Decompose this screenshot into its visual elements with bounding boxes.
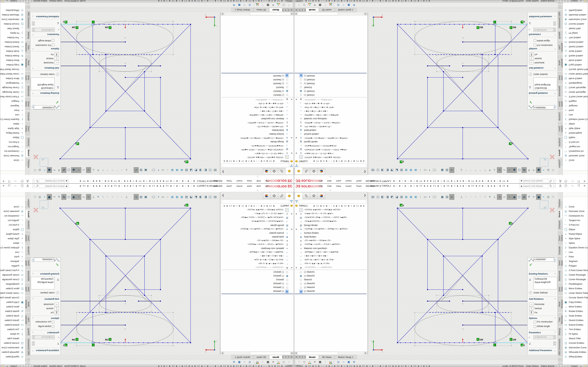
display-toolbar-icon[interactable]: ∕ (307, 3, 312, 7)
tool-line[interactable]: ∕Line (563, 250, 588, 255)
tool-convert-entities[interactable]: ◳Convert Entities (0, 22, 25, 26)
ok-check-button[interactable]: ✓ (56, 262, 59, 267)
checkbox-infinite-length[interactable] (52, 39, 54, 42)
tool-trim-entities[interactable]: ×Trim Entities (563, 327, 588, 332)
part-root-row[interactable]: TЯPDL2. ◉ ЗЄ ◉ Ш ◉ ∘ ∘ ♣ ◉ Ɔ ◉ ЗЄ ◉ ∔ ◉ … (221, 159, 294, 163)
commandmanager-tab-evaluate[interactable]: Evaluate (26, 112, 30, 120)
tool-point[interactable]: ▪Point (563, 108, 588, 112)
menu-edit[interactable]: Edit (328, 185, 331, 187)
expand-arrow-icon[interactable]: ▶ (291, 152, 292, 154)
tree-item-obfuscated[interactable]: ★○ƧЅЗЄ♣∘♟◉ΛΑΦ○∘○ΦΑΛ◉♟∘♣ЄЗЅƧ○ (221, 208, 294, 212)
tool-linear-sketch-pattern[interactable]: ∺Linear Sketch Pattern (0, 71, 25, 76)
tree-item-obfuscated[interactable]: ◑○ЅƧ♟◉ЅИЗЄƧЅ○∘○ЅЄЗИЅ◉♟ƧЅ○ (221, 220, 294, 224)
tree-item-obfuscated[interactable]: ▶A○ЅƧИΝ◉∘∔Α∔◉ИΝΑ○∘○ΑИΝ◉∔Α∔∘◉ИΝƧЅ○ (294, 136, 367, 140)
tabs-expand-chevron[interactable]: ❯ (364, 194, 366, 197)
tool-perimeter-circle[interactable]: ◎Perimeter Circle (0, 209, 25, 214)
tool-3-point-center-recta-[interactable]: ▱3 Point Center Recta... (563, 94, 588, 99)
tree-item-material-not-specified-[interactable]: ≡Material <not specified> (294, 247, 367, 250)
angle-parameter-field[interactable]: 0.00000000° (34, 105, 55, 109)
search-dropdown-icon[interactable]: ▼ (33, 180, 35, 182)
tree-horizontal-scrollbar[interactable]: ◀ ▶ (221, 12, 294, 16)
tool-fit-spline[interactable]: ∫Fit Spline (563, 332, 588, 336)
tool-segment[interactable]: ∷Segment (0, 103, 25, 108)
tool-3-point-center-recta-[interactable]: ▱3 Point Center Recta... (0, 268, 25, 273)
add-relation-horizontal-icon[interactable]: ─ (55, 303, 59, 306)
tool-perimeter-circle[interactable]: ◎Perimeter Circle (0, 153, 25, 158)
rollback-bar[interactable] (294, 73, 367, 73)
tree-item-obfuscated[interactable]: ★○ƧЅЗЄ♣∘♟◉ΛΑΦ○∘○ΦΑΛ◉♟∘♣ЄЗЅƧ○ (294, 208, 367, 212)
display-toolbar-icon[interactable]: ◎ (248, 360, 252, 364)
search-dropdown-icon[interactable]: ▼ (553, 180, 555, 182)
checkbox-for-construction[interactable] (534, 44, 536, 46)
commandmanager-tab-mold-tools[interactable]: Mold Tools (26, 72, 30, 83)
display-toolbar-icon[interactable]: ⊛ (352, 360, 356, 364)
search-box[interactable]: ◆ Search CAD Models ▼ (32, 184, 69, 188)
zoom-preset-caret[interactable]: ▲ (580, 365, 581, 367)
length-spinner[interactable]: ▲▼ (32, 28, 35, 32)
tree-item-obfuscated[interactable]: ▱○∙◉♣○∗◉ΙϽ∘○Ι◉∗○♣◉∙○ (221, 254, 294, 258)
display-toolbar-icon[interactable]: ⊛ (232, 3, 236, 7)
add-relation-vertical-icon[interactable]: │ (529, 57, 533, 60)
commandmanager-tab-surfaces[interactable]: Surfaces (558, 137, 562, 147)
tool-rotate-entities[interactable]: ↻Rotate Entities (563, 309, 588, 314)
part-root-row[interactable]: TЯPDL2. ◉ ЗЄ ◉ Ш ◉ ∘ ∘ ♣ ◉ Ɔ ◉ ЗЄ ◉ ∔ ◉ … (294, 159, 367, 163)
tree-horizontal-scrollbar[interactable]: ◀ ▶ (221, 351, 294, 355)
display-toolbar-icon[interactable]: ∕ (276, 360, 281, 364)
tree-item--sketch4[interactable]: ▢(-) Sketch4 (221, 285, 294, 289)
expand-arrow-icon[interactable]: ▶ (296, 228, 297, 230)
tool-style-spline[interactable]: ≈Style Spline (563, 126, 588, 131)
angle-parameter-field[interactable]: 0.00000000° (533, 258, 554, 262)
tool-ellipse[interactable]: ◯Ellipse (0, 227, 25, 232)
tool-circle[interactable]: ○Circle (0, 205, 25, 209)
tree-item--sketch5[interactable]: ▢(-) Sketch5 (221, 282, 294, 285)
tool-rotate-entities[interactable]: ↻Rotate Entities (563, 53, 588, 58)
commandmanager-tab-mold-tools[interactable]: Mold Tools (558, 72, 562, 83)
tool-polygon[interactable]: ◇Polygon (0, 264, 25, 268)
tree-horizontal-scrollbar[interactable]: ◀ ▶ (294, 351, 367, 355)
tree-item-obfuscated[interactable]: ▱○♣Ƨб∘♟○∗◉ΙϽ∘○Ι◉∗○♟∘бƧ♣○ (294, 105, 367, 109)
commandmanager-tab-markup[interactable]: Markup (26, 328, 30, 336)
tree-item-obfuscated[interactable]: ◑○ЅƧ♟◉ЅИЗЄƧЅ○∘○ЅЄЗИЅ◉♟ƧЅ○ (221, 143, 294, 147)
scroll-right-arrow[interactable]: ▶ (221, 12, 224, 15)
relation-item[interactable]: Collinear108 (31, 86, 53, 90)
tree-item--sketch6[interactable]: ▦(-) Sketch6 (221, 74, 294, 78)
tool-silhouette-entities[interactable]: ◘Silhouette Entities (563, 12, 588, 17)
scroll-thumb[interactable] (297, 12, 338, 15)
doc-tab-motion-study-1[interactable]: Motion Study 1 (232, 8, 253, 12)
help-icon[interactable]: ? (564, 180, 567, 183)
tool-corner-rectangle[interactable]: ▯Corner Rectangle (563, 277, 588, 282)
tool-partial-ellipse[interactable]: ◗Partial Ellipse (0, 232, 25, 236)
tree-item-obfuscated[interactable]: ∟○ИΝ∘б∘♟◉○∘◉○♟∘б∘ИΝ○ (221, 262, 294, 266)
tab-scroll-prev[interactable]: ◀ (298, 8, 301, 12)
tree-item-obfuscated[interactable]: ∟○ИΝ∘б∘♟◉○∘◉○♟∘б∘ИΝ○ (294, 101, 367, 105)
display-toolbar-icon[interactable]: ⊔ (255, 3, 259, 7)
ok-check-button[interactable]: ✓ (529, 262, 532, 267)
part-root-row[interactable]: TЯPDL2. ◉ ЗЄ ◉ Ш ◉ ∘ ∘ ♣ ◉ Ɔ ◉ ЗЄ ◉ ∔ ◉ … (294, 204, 367, 208)
expand-arrow-icon[interactable]: ▶ (291, 267, 292, 268)
tree-item-obfuscated[interactable]: ▶▣○ЅƧЗЄИΝΑυ∙○∘○∙υΑИΝЄЗƧЅ○ (221, 266, 294, 270)
tool-scale-entities[interactable]: △Scale Entities (563, 314, 588, 318)
tool-sketch-fillet[interactable]: ◞Sketch Fillet (563, 336, 588, 341)
tab-scroll-next[interactable]: ▶ (301, 355, 304, 359)
doc-tab-model[interactable]: Model (306, 355, 319, 359)
add-relation-fix-icon[interactable] (529, 52, 533, 56)
doc-tab-motion-study-1[interactable]: Motion Study 1 (335, 355, 356, 359)
menu-insert[interactable]: Insert (346, 185, 352, 187)
tree-item-obfuscated[interactable]: ▱○♣ИΝ◉♟∔○∗◉ΙϽ∘○Ι◉∗○∔♟◉ИΝ♣○ (221, 113, 294, 117)
display-toolbar-icon[interactable]: ◊ (260, 3, 265, 7)
tree-item--sketch6[interactable]: ▦(-) Sketch6 (294, 289, 367, 293)
commandmanager-tab--[interactable]: ⋮ (558, 6, 562, 9)
display-toolbar-icon[interactable]: ◊ (297, 3, 301, 7)
tree-item-obfuscated[interactable]: ▥○ЅƧ♣ЗЄЅƧ○ИΝ◉∘∔ϽЗЄЅƧ○∘○ЅƧЄЗ∷♣◉ИΝ○ (294, 147, 367, 151)
tree-item-obfuscated[interactable]: ▱○♣Ƨб∘♟○∗◉ΙϽ∘○Ι◉∗○♟∘бƧ♣○ (221, 105, 294, 109)
add-relation-vertical-icon[interactable]: │ (529, 307, 533, 310)
tool-parallelogram[interactable]: ◊Parallelogram (563, 81, 588, 85)
display-toolbar-icon[interactable]: ⊔ (329, 3, 333, 7)
zoom-preset[interactable]: Custom (571, 0, 578, 2)
restore-button[interactable]: ❐ (7, 179, 12, 183)
commandmanager-tab-mesh-modeling[interactable]: Mesh Modeling (558, 297, 562, 312)
tool-partial-ellipse[interactable]: ◗Partial Ellipse (0, 131, 25, 135)
expand-arrow[interactable]: ⌄ (554, 350, 556, 351)
display-toolbar-icon[interactable]: ◊ (260, 360, 265, 364)
display-toolbar-icon[interactable]: ⊛ (232, 360, 236, 364)
